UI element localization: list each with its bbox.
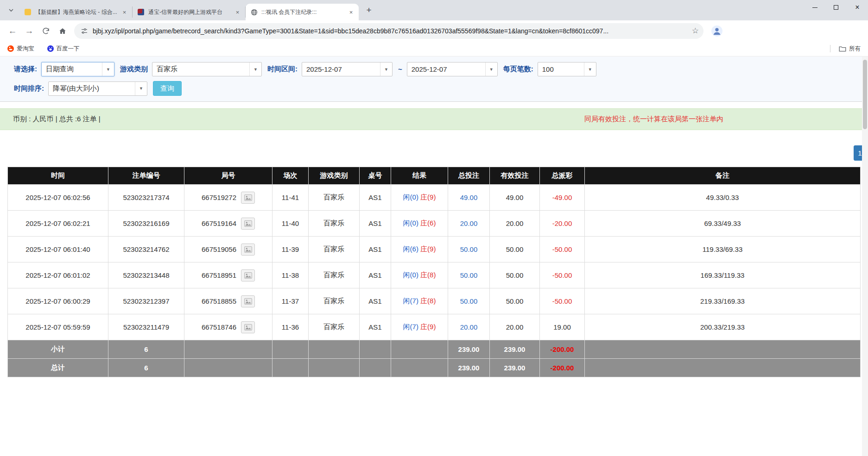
game-type-label: 游戏类别	[120, 65, 148, 74]
scrollbar-thumb[interactable]	[863, 60, 867, 129]
cell-valid-bet: 49.00	[490, 185, 540, 211]
total-bet-link[interactable]: 50.00	[460, 245, 478, 253]
table-row: 2025-12-07 06:02:21 523023216169 6675191…	[8, 211, 861, 237]
cell-time: 2025-12-07 05:59:59	[8, 314, 108, 340]
round-image-button[interactable]	[241, 192, 255, 204]
cell-total-bet: 20.00	[448, 211, 490, 237]
query-type-value: 日期查询	[42, 65, 102, 74]
cell-valid-bet: 50.00	[490, 237, 540, 262]
total-bet-link[interactable]: 50.00	[460, 271, 478, 279]
page-size-dropdown[interactable]: 100 ▼	[538, 62, 596, 76]
date-to-dropdown[interactable]: 2025-12-07 ▼	[407, 62, 498, 76]
total-bet-link[interactable]: 50.00	[460, 297, 478, 305]
cell-session: 11-39	[272, 237, 309, 262]
header-note: 备注	[585, 167, 861, 185]
browser-tab-2[interactable]: 通宝-信誉最好的网上游戏平台 ×	[133, 6, 246, 18]
round-image-button[interactable]	[241, 295, 255, 307]
bookmarks-divider	[830, 45, 830, 52]
sort-dropdown[interactable]: 降幂(由大到小) ▼	[48, 81, 147, 96]
forward-button[interactable]: →	[21, 23, 37, 39]
cell-game-type: 百家乐	[309, 185, 360, 211]
cell-table: AS1	[360, 237, 391, 262]
taobao-icon	[7, 45, 14, 52]
url-text[interactable]: bjbj.xyz/ipl/portal.php/game/betrecord_s…	[93, 27, 687, 35]
cell-time: 2025-12-07 06:02:56	[8, 185, 108, 211]
total-total-bet: 239.00	[448, 359, 490, 377]
total-bet-link[interactable]: 20.00	[460, 219, 478, 227]
result-player: 闲(7)	[403, 323, 418, 331]
page-scrollbar[interactable]	[862, 56, 868, 456]
cell-valid-bet: 50.00	[490, 288, 540, 314]
query-type-dropdown[interactable]: 日期查询 ▼	[41, 62, 114, 76]
cell-payout: -50.00	[540, 237, 585, 262]
cell-table: AS1	[360, 288, 391, 314]
total-bet-link[interactable]: 20.00	[460, 323, 478, 331]
cell-valid-bet: 20.00	[490, 211, 540, 237]
tab-close-icon[interactable]: ×	[234, 8, 241, 16]
empty-cell	[391, 340, 448, 359]
bookmark-star-icon[interactable]: ☆	[692, 26, 699, 36]
maximize-button[interactable]	[825, 0, 847, 15]
all-bookmarks-folder[interactable]: 所有	[837, 43, 862, 54]
round-image-button[interactable]	[241, 244, 255, 256]
tab-close-icon[interactable]: ×	[120, 8, 128, 16]
caret-down-icon: ▼	[249, 62, 261, 76]
browser-tab-active[interactable]: :::视讯 会员下注纪录::: ×	[246, 4, 359, 20]
result-player: 闲(0)	[403, 219, 418, 227]
table-row: 2025-12-07 05:59:59 523023211479 6675187…	[8, 314, 861, 340]
cell-time: 2025-12-07 06:02:21	[8, 211, 108, 237]
picture-icon	[244, 246, 252, 253]
cell-bet-id: 523023217374	[108, 185, 184, 211]
empty-cell	[585, 340, 861, 359]
result-banker: 庄(9)	[420, 193, 436, 201]
search-button[interactable]: 查询	[153, 81, 182, 96]
cell-note: 49.33/0.33	[585, 185, 861, 211]
cell-round: 667519056	[184, 237, 272, 262]
address-bar[interactable]: bjbj.xyz/ipl/portal.php/game/betrecord_s…	[74, 23, 703, 39]
refresh-button[interactable]	[38, 23, 54, 39]
table-row: 2025-12-07 06:01:02 523023213448 6675189…	[8, 262, 861, 288]
cell-valid-bet: 50.00	[490, 262, 540, 288]
minimize-icon	[812, 7, 817, 8]
round-image-button[interactable]	[241, 218, 255, 230]
close-window-button[interactable]: ×	[847, 0, 868, 15]
tab-search-button[interactable]	[5, 4, 18, 17]
bookmark-label: 百度一下	[57, 45, 80, 53]
cell-time: 2025-12-07 06:01:40	[8, 237, 108, 262]
result-player: 闲(0)	[403, 271, 418, 279]
tab-close-icon[interactable]: ×	[347, 8, 355, 16]
total-payout: -200.00	[540, 359, 585, 377]
table-row: 2025-12-07 06:02:56 523023217374 6675192…	[8, 185, 861, 211]
cell-game-type: 百家乐	[309, 288, 360, 314]
page-size-value: 100	[538, 65, 584, 73]
minimize-button[interactable]	[804, 0, 825, 15]
round-image-button[interactable]	[241, 269, 255, 281]
picture-icon	[244, 220, 252, 227]
cell-game-type: 百家乐	[309, 237, 360, 262]
cell-result: 闲(7) 庄(8)	[391, 288, 448, 314]
cell-session: 11-40	[272, 211, 309, 237]
new-tab-button[interactable]: +	[362, 4, 375, 17]
home-button[interactable]	[55, 23, 70, 39]
result-banker: 庄(8)	[420, 297, 436, 305]
cell-result: 闲(6) 庄(9)	[391, 237, 448, 262]
game-type-dropdown[interactable]: 百家乐 ▼	[152, 62, 262, 76]
round-image-button[interactable]	[241, 321, 255, 333]
cell-bet-id: 523023214762	[108, 237, 184, 262]
total-bet-link[interactable]: 49.00	[460, 194, 478, 201]
forward-icon: →	[25, 26, 34, 36]
back-button[interactable]: ←	[5, 23, 20, 39]
bookmark-aitaobao[interactable]: 爱淘宝	[6, 43, 36, 54]
site-settings-icon	[81, 27, 88, 35]
profile-button[interactable]	[710, 24, 724, 38]
cell-total-bet: 50.00	[448, 262, 490, 288]
red-game-icon	[137, 8, 145, 16]
empty-cell	[391, 359, 448, 377]
cell-note: 219.33/169.33	[585, 288, 861, 314]
empty-cell	[360, 359, 391, 377]
empty-cell	[309, 359, 360, 377]
date-from-dropdown[interactable]: 2025-12-07 ▼	[302, 62, 393, 76]
bookmark-baidu[interactable]: 百度一下	[45, 43, 82, 54]
header-round: 局号	[184, 167, 272, 185]
browser-tab-1[interactable]: 【新提醒】海燕策略论坛 - 综合... ×	[19, 6, 133, 18]
